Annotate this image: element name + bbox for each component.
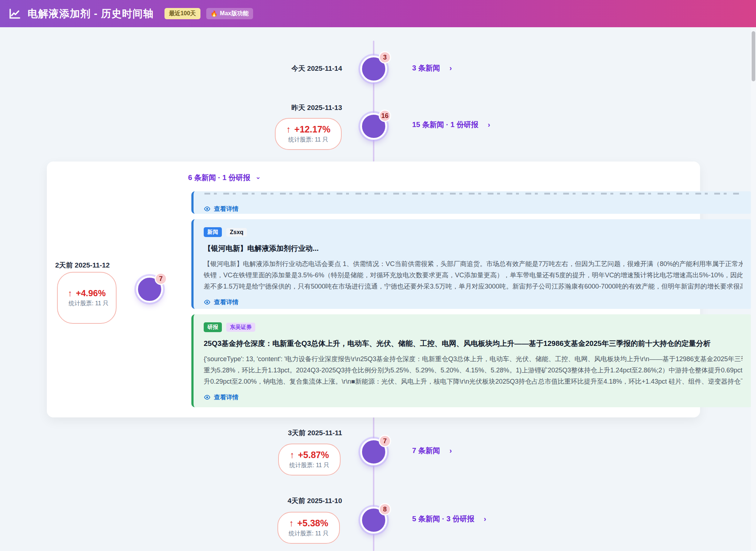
source-chip: 东吴证券 [226,323,255,332]
detail-link-label: 查看详情 [214,205,239,213]
detail-link-label: 查看详情 [214,393,239,401]
pct-value: +5.38% [297,518,329,528]
fire-icon: 🔥 [211,10,218,17]
chevron-down-icon: ⌄ [255,173,261,181]
stats-text: 统计股票: 11 只 [65,300,109,307]
chevron-right-icon: › [488,121,490,129]
report-body: {'sourceType': 13, 'content': '电力设备行业深度报… [204,354,743,387]
news-body-line: 差不多1.5万吨是给宁德保供的，只有5000吨在市场进行流通，宁德也还要外采3.… [204,281,743,292]
news-link-today[interactable]: 3 条新闻 › [412,63,452,73]
summary-toggle[interactable]: 6 条新闻 · 1 份研报 ⌄ [188,173,261,183]
count-badge-today: 3 [379,51,391,64]
news-body-line: 【银河电新】电解液添加剂行业动态电话会要点 1、供需情况：VC当前供需很紧，头部… [204,258,743,270]
chevron-right-icon: › [450,64,452,72]
news-link-3days[interactable]: 7 条新闻 › [412,446,452,456]
scrollbar-thumb[interactable] [752,31,755,81]
up-arrow-icon: ↑ [286,124,291,135]
count-badge-2days: 7 [155,273,167,285]
report-card: 研报 东吴证券 25Q3基金持仓深度：电新重仓Q3总体上升，电动车、光伏、储能、… [191,314,753,407]
report-body-line: {'sourceType': 13, 'content': '电力设备行业深度报… [204,354,743,365]
report-title: 25Q3基金持仓深度：电新重仓Q3总体上升，电动车、光伏、储能、工控、电网、风电… [204,339,743,348]
max-feature-badge: 🔥 Max版功能 [206,8,253,19]
change-pill-4days: ↑ +5.38% 统计股票: 11 只 [277,512,340,544]
clipped-text-strip [204,193,742,195]
eye-icon [204,299,211,305]
news-link-label: 7 条新闻 [412,446,440,456]
news-link-yesterday[interactable]: 15 条新闻 · 1 份研报 › [412,120,490,130]
range-badge: 最近100天 [164,8,200,19]
change-pill-2days: ↑ +4.96% 统计股票: 11 只 [57,272,117,324]
app-header: 电解液添加剂 - 历史时间轴 最近100天 🔥 Max版功能 [0,0,756,27]
date-label-3days: 3天前 2025-11-11 [197,428,342,438]
news-type-badge: 新闻 [204,227,222,237]
max-feature-label: Max版功能 [220,10,249,17]
eye-icon [204,395,211,400]
detail-link[interactable]: 查看详情 [204,393,743,401]
up-arrow-icon: ↑ [290,450,294,460]
eye-icon [204,206,211,212]
detail-link[interactable]: 查看详情 [194,197,753,213]
clipped-news-card: 查看详情 [191,191,753,214]
news-body: 【银河电新】电解液添加剂行业动态电话会要点 1、供需情况：VC当前供需很紧，头部… [204,258,743,292]
news-link-label: 5 条新闻 · 3 份研报 [412,514,474,524]
up-arrow-icon: ↑ [289,518,294,528]
date-label-yesterday: 昨天 2025-11-13 [197,103,342,113]
pct-value: +4.96% [76,288,106,298]
report-body-line: 重为5.28%，环比上升1.13pct。2024Q3-2025Q3持仓比例分别为… [204,365,743,376]
source-chip: Zsxq [226,228,247,237]
date-label-today: 今天 2025-11-14 [197,64,342,73]
count-badge-yesterday: 16 [379,110,391,122]
chart-line-icon [9,8,22,20]
detail-link[interactable]: 查看详情 [204,298,743,306]
count-badge-4days: 8 [379,503,391,515]
pct-value: +5.87% [298,450,329,460]
count-badge-3days: 7 [379,435,391,447]
news-link-label: 3 条新闻 [412,63,440,73]
detail-link-label: 查看详情 [214,298,239,306]
news-link-4days[interactable]: 5 条新闻 · 3 份研报 › [412,514,486,524]
report-type-badge: 研报 [204,322,222,332]
report-body-line: 升0.29pct至2.00%，钠电池、复合集流体上涨。\r\n■新能源：光伏、风… [204,376,743,387]
stats-text: 统计股票: 11 只 [289,462,329,469]
chevron-right-icon: › [484,515,486,523]
stats-text: 统计股票: 11 只 [288,136,328,144]
date-label-2days: 2天前 2025-11-12 [0,261,111,270]
change-pill-yesterday: ↑ +12.17% 统计股票: 11 只 [275,118,342,150]
scrollbar-track [751,27,756,551]
news-card: 新闻 Zsxq 【银河电新】电解液添加剂行业动... 【银河电新】电解液添加剂行… [191,219,753,309]
change-pill-3days: ↑ +5.87% 统计股票: 11 只 [278,444,341,476]
stats-text: 统计股票: 11 只 [289,530,329,538]
news-title: 【银河电新】电解液添加剂行业动... [204,244,743,253]
chevron-right-icon: › [450,446,452,455]
page-title: 电解液添加剂 - 历史时间轴 [28,7,154,21]
news-body-line: 铁锂，VC在铁锂里面的添加量是3.5%-6%（特别是储能，对循环充放电次数要求更… [204,270,743,281]
up-arrow-icon: ↑ [68,288,72,298]
pct-value: +12.17% [294,124,330,135]
date-label-4days: 4天前 2025-11-10 [197,496,342,506]
news-link-label: 15 条新闻 · 1 份研报 [412,120,478,130]
summary-label: 6 条新闻 · 1 份研报 [188,173,250,183]
